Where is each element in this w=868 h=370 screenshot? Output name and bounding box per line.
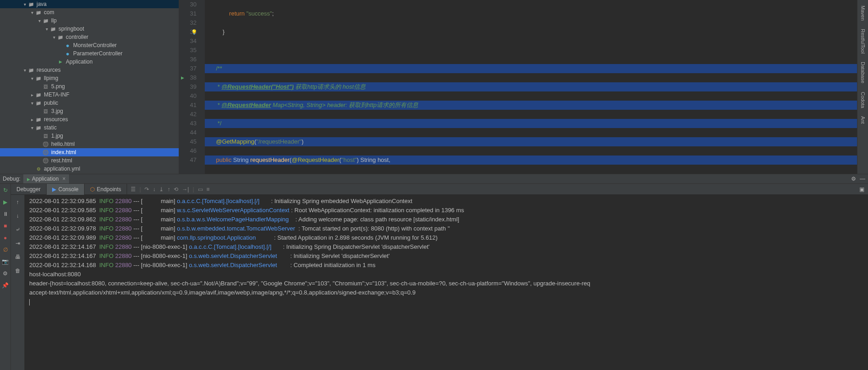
tab-endpoints[interactable]: ⬡Endpoints bbox=[85, 184, 127, 195]
tree-label: controller bbox=[66, 34, 88, 40]
minimize-icon[interactable]: — bbox=[860, 176, 865, 182]
tree-label: resources bbox=[44, 116, 68, 123]
folder-icon bbox=[27, 66, 35, 74]
wrap-icon[interactable]: ⤶ bbox=[16, 225, 20, 234]
run-icon bbox=[27, 176, 30, 182]
camera-icon[interactable]: 📷 bbox=[2, 258, 9, 265]
gear-icon[interactable]: ⚙ bbox=[851, 176, 856, 182]
debug-run-tab[interactable]: Application × bbox=[23, 174, 69, 183]
pin-icon[interactable]: 📌 bbox=[2, 282, 9, 289]
clear-icon[interactable]: 🗑 bbox=[15, 266, 21, 275]
stop-icon[interactable]: ■ bbox=[2, 222, 9, 230]
step-out-icon[interactable]: ↑ bbox=[167, 186, 170, 193]
tree-item[interactable]: ▾llpimg bbox=[0, 74, 179, 82]
html-icon bbox=[42, 149, 49, 156]
scroll-end-icon[interactable]: ⇥ bbox=[16, 239, 20, 248]
tree-arrow-icon[interactable]: ▾ bbox=[22, 2, 27, 7]
run-to-cursor-icon[interactable]: →| bbox=[182, 186, 189, 193]
console-left-icons: ↑ ↓ ⤶ ⇥ 🖶 🗑 bbox=[11, 195, 25, 370]
tree-item[interactable]: ParameterController bbox=[0, 49, 179, 58]
tree-item[interactable]: rest.html bbox=[0, 156, 179, 165]
right-toolbar: MavenRestfulToolDatabaseCodotaAnt bbox=[857, 0, 868, 174]
tree-label: 3.jpg bbox=[51, 108, 63, 114]
tree-item[interactable]: hello.html bbox=[0, 140, 179, 148]
tree-item[interactable]: ▸META-INF bbox=[0, 91, 179, 99]
tree-arrow-icon[interactable]: ▾ bbox=[51, 35, 57, 40]
tree-label: llp bbox=[51, 17, 57, 24]
settings-icon[interactable]: ⚙ bbox=[2, 270, 9, 277]
tree-item[interactable]: index.html bbox=[0, 148, 179, 156]
filter-icon[interactable]: ☰ bbox=[131, 186, 136, 193]
pause-icon[interactable]: ⏸ bbox=[2, 210, 9, 218]
tree-item[interactable]: ▾java bbox=[0, 0, 179, 8]
tree-item[interactable]: ▸resources bbox=[0, 115, 179, 123]
code-area[interactable]: return "success"; } /** * @RequestHeader… bbox=[205, 0, 857, 174]
step-into-icon[interactable]: ↓ bbox=[153, 186, 155, 193]
img-icon bbox=[42, 83, 49, 90]
tree-item[interactable]: 3.jpg bbox=[0, 107, 179, 115]
right-tool-maven[interactable]: Maven bbox=[859, 4, 867, 22]
tree-item[interactable]: ▾public bbox=[0, 99, 179, 107]
bulb-icon[interactable]: 💡 bbox=[191, 27, 197, 37]
drop-frame-icon[interactable]: ⟲ bbox=[174, 186, 178, 193]
tree-label: MonsterController bbox=[73, 42, 117, 48]
tree-item[interactable]: MonsterController bbox=[0, 41, 179, 49]
tree-arrow-icon[interactable]: ▾ bbox=[22, 68, 27, 73]
step-over-icon[interactable]: ↷ bbox=[144, 186, 149, 193]
up-icon[interactable]: ↑ bbox=[16, 198, 19, 207]
mute-breakpoints-icon[interactable]: ∅ bbox=[2, 246, 9, 253]
tree-item[interactable]: ▾static bbox=[0, 123, 179, 132]
tree-item[interactable]: ▾springboot bbox=[0, 25, 179, 33]
folder-icon bbox=[35, 75, 42, 82]
tree-label: resources bbox=[37, 67, 61, 73]
tree-item[interactable]: 1.jpg bbox=[0, 132, 179, 140]
tree-arrow-icon[interactable]: ▾ bbox=[29, 10, 35, 15]
tree-label: public bbox=[44, 100, 58, 106]
tree-item[interactable]: application.yml bbox=[0, 165, 179, 173]
editor[interactable]: 30313233💡3435363738▶394041424344454647 r… bbox=[179, 0, 857, 174]
tree-label: ParameterController bbox=[73, 50, 122, 57]
folder-icon bbox=[27, 0, 35, 8]
tab-debugger[interactable]: Debugger bbox=[11, 184, 47, 195]
right-tool-ant[interactable]: Ant bbox=[859, 114, 867, 126]
tree-label: llpimg bbox=[44, 75, 58, 81]
debug-header: Debug: Application × ⚙ — bbox=[0, 174, 868, 184]
console-output[interactable]: 2022-08-01 22:32:09.585 INFO 22880 --- [… bbox=[25, 195, 868, 370]
tree-item[interactable]: Application bbox=[0, 58, 179, 66]
print-icon[interactable]: 🖶 bbox=[15, 252, 21, 262]
project-tree[interactable]: ▾java▾com▾llp▾springboot▾controllerMonst… bbox=[0, 0, 179, 174]
run-gutter-icon[interactable]: ▶ bbox=[181, 73, 184, 82]
tree-arrow-icon[interactable]: ▾ bbox=[29, 101, 35, 106]
tree-arrow-icon[interactable]: ▸ bbox=[29, 117, 35, 122]
trace-icon[interactable]: ≡ bbox=[207, 186, 210, 193]
tree-item[interactable]: ▾com bbox=[0, 8, 179, 16]
tree-arrow-icon[interactable]: ▾ bbox=[44, 27, 49, 32]
force-step-into-icon[interactable]: ⤓ bbox=[159, 186, 164, 193]
tab-console[interactable]: ▶Console bbox=[47, 184, 85, 195]
layout-icon[interactable]: ▣ bbox=[859, 186, 868, 193]
tree-item[interactable]: ▾resources bbox=[0, 66, 179, 74]
tree-item[interactable]: ▾controller bbox=[0, 33, 179, 41]
down-icon[interactable]: ↓ bbox=[16, 211, 19, 220]
folder-icon bbox=[35, 99, 42, 107]
tree-arrow-icon[interactable]: ▾ bbox=[29, 125, 35, 130]
evaluate-icon[interactable]: ▭ bbox=[198, 186, 203, 193]
right-tool-codota[interactable]: Codota bbox=[859, 90, 867, 110]
right-tool-restfultool[interactable]: RestfulTool bbox=[859, 27, 867, 55]
tree-item[interactable]: ▾llp bbox=[0, 16, 179, 25]
folder-icon bbox=[35, 91, 42, 98]
breakpoints-icon[interactable]: ● bbox=[2, 234, 9, 241]
rerun-icon[interactable]: ↻ bbox=[2, 187, 9, 194]
resume-icon[interactable]: ▶ bbox=[2, 198, 9, 206]
debug-tabs: Debugger ▶Console ⬡Endpoints ☰ | ↷ ↓ ⤓ ↑… bbox=[11, 184, 868, 195]
html-icon bbox=[42, 157, 49, 164]
folder-icon bbox=[35, 124, 42, 131]
img-icon bbox=[42, 107, 49, 115]
folder-icon bbox=[35, 9, 42, 16]
tree-arrow-icon[interactable]: ▸ bbox=[29, 92, 35, 97]
tree-arrow-icon[interactable]: ▾ bbox=[37, 18, 42, 23]
close-icon[interactable]: × bbox=[62, 176, 65, 182]
tree-arrow-icon[interactable]: ▾ bbox=[29, 76, 35, 81]
right-tool-database[interactable]: Database bbox=[859, 60, 867, 85]
tree-item[interactable]: 5.png bbox=[0, 82, 179, 91]
